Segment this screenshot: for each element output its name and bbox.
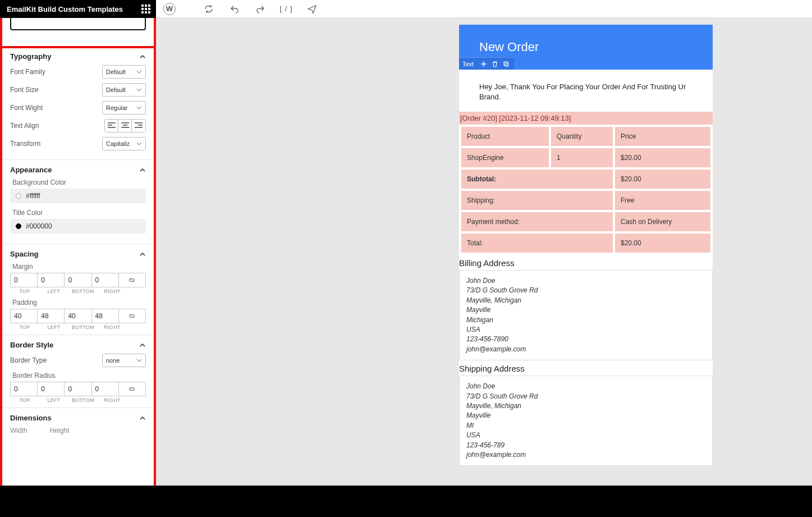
email-header[interactable]: New Order Text: [459, 25, 713, 70]
margin-left-input[interactable]: [38, 273, 64, 287]
padding-bottom-input[interactable]: [65, 309, 91, 323]
selection-label: Text: [462, 61, 476, 67]
duplicate-element-button[interactable]: [503, 61, 510, 67]
address-line: Mayville, Michigan: [466, 401, 705, 411]
font-weight-select[interactable]: Regular: [102, 101, 146, 115]
radius-link-button[interactable]: [118, 382, 146, 396]
wordpress-button[interactable]: W: [162, 1, 177, 17]
padding-right-input[interactable]: [92, 309, 118, 323]
margin-inputs: [10, 273, 146, 287]
undo-button[interactable]: [227, 1, 242, 17]
order-table[interactable]: Product Quantity Price ShopEngine 1 $20.…: [459, 125, 713, 255]
billing-address[interactable]: John Doe73/D G South Grove RdMayville, M…: [459, 270, 713, 360]
svg-rect-1: [505, 63, 508, 66]
border-type-select[interactable]: none: [102, 354, 146, 367]
padding-top-input[interactable]: [11, 309, 37, 323]
section-appearance: Appearance Background Color #ffffff Titl…: [2, 159, 154, 244]
add-element-button[interactable]: [480, 61, 487, 67]
shipping-address[interactable]: John Doe73/D G South Grove RdMayville, M…: [459, 376, 713, 466]
section-dimensions: Dimensions Width Height: [2, 408, 154, 439]
margin-top-input[interactable]: [11, 273, 37, 287]
selection-toolbar: Text: [459, 57, 514, 70]
title-color-label: Title Color: [12, 209, 146, 217]
section-typography-head[interactable]: Typography: [10, 52, 146, 61]
redo-button[interactable]: [253, 1, 268, 17]
shortcode-button[interactable]: [ / ]: [278, 1, 294, 17]
wordpress-icon: W: [163, 3, 176, 15]
margin-bottom-input[interactable]: [65, 273, 91, 287]
margin-right-input[interactable]: [92, 273, 118, 287]
editor-canvas[interactable]: New Order Text Hey Joe, Thank You For Pl…: [156, 18, 812, 517]
font-size-select[interactable]: Default: [102, 83, 146, 97]
section-typography: Typography Font Family Default Font Size…: [2, 46, 154, 159]
section-border: Border Style Border Type none Border Rad…: [2, 335, 154, 408]
border-radius-label: Border Radius: [12, 372, 146, 379]
address-line: john@example.com: [466, 450, 705, 460]
send-button[interactable]: [304, 1, 320, 17]
padding-label: Padding: [12, 299, 146, 306]
greeting-text[interactable]: Hey Joe, Thank You For Placing Your Orde…: [459, 70, 713, 112]
address-line: Michigan: [466, 315, 705, 325]
font-weight-label: Font Wight: [10, 104, 43, 112]
align-right-button[interactable]: [132, 120, 145, 132]
address-line: John Doe: [466, 276, 705, 286]
th-price: Price: [615, 127, 710, 146]
collapsed-preview-box: [10, 18, 146, 30]
font-family-label: Font Family: [10, 68, 45, 76]
radius-top-input[interactable]: [11, 382, 37, 396]
brand-bar: EmailKit Build Custom Templates: [0, 0, 156, 18]
table-row: Shipping:Free: [461, 191, 710, 210]
padding-left-input[interactable]: [38, 309, 64, 323]
chevron-up-icon: [139, 53, 146, 60]
section-appearance-head[interactable]: Appearance: [10, 166, 146, 174]
table-row: Subtotal:$20.00: [461, 170, 710, 189]
delete-element-button[interactable]: [492, 61, 498, 67]
bg-color-label: Background Color: [12, 179, 146, 186]
address-line: 73/D G South Grove Rd: [466, 286, 705, 295]
radius-bottom-input[interactable]: [65, 382, 91, 396]
radius-right-input[interactable]: [92, 382, 118, 396]
transform-label: Transform: [10, 140, 40, 148]
address-line: MI: [466, 421, 705, 431]
section-border-head[interactable]: Border Style: [10, 341, 146, 349]
section-spacing-head[interactable]: Spacing: [10, 250, 146, 258]
address-line: john@example.com: [466, 345, 705, 354]
border-type-label: Border Type: [10, 356, 47, 364]
address-line: USA: [466, 431, 705, 440]
chevron-up-icon: [139, 167, 146, 173]
brand-title: EmailKit Build Custom Templates: [7, 5, 123, 13]
font-family-select[interactable]: Default: [102, 65, 146, 79]
align-center-button[interactable]: [118, 120, 132, 132]
table-row: Total:$20.00: [461, 234, 710, 253]
padding-link-button[interactable]: [118, 309, 146, 323]
email-preview[interactable]: New Order Text Hey Joe, Thank You For Pl…: [459, 25, 713, 466]
apps-icon[interactable]: [141, 4, 150, 13]
margin-link-button[interactable]: [118, 273, 146, 287]
bottom-blackbar: [0, 486, 812, 517]
title-color-field[interactable]: #000000: [10, 219, 146, 234]
editor-toolbar: W [ / ]: [156, 0, 812, 18]
address-line: 123-456-7890: [466, 335, 705, 344]
font-size-label: Font Size: [10, 86, 39, 94]
text-align-group: [104, 119, 146, 132]
align-left-button[interactable]: [105, 120, 118, 132]
chevron-up-icon: [139, 342, 146, 349]
height-label: Height: [50, 427, 70, 434]
section-dimensions-head[interactable]: Dimensions: [10, 414, 146, 422]
margin-label: Margin: [12, 263, 146, 271]
address-line: Mayville: [466, 411, 705, 420]
order-meta[interactable]: [Order #20] [2023-11-12 09:49:13]: [459, 112, 713, 125]
bg-swatch-icon: [16, 193, 21, 199]
shipping-title: Shipping Address: [459, 360, 713, 376]
address-line: 123-456-789: [466, 441, 705, 450]
address-line: John Doe: [466, 382, 705, 391]
radius-left-input[interactable]: [38, 382, 64, 396]
bg-color-field[interactable]: #ffffff: [10, 189, 146, 203]
chevron-up-icon: [139, 415, 146, 422]
highlight-border: [0, 46, 156, 48]
refresh-button[interactable]: [201, 1, 217, 17]
svg-rect-0: [504, 62, 507, 65]
address-line: 73/D G South Grove Rd: [466, 392, 705, 401]
transform-select[interactable]: Capitaliz: [102, 137, 146, 150]
address-line: USA: [466, 325, 705, 335]
